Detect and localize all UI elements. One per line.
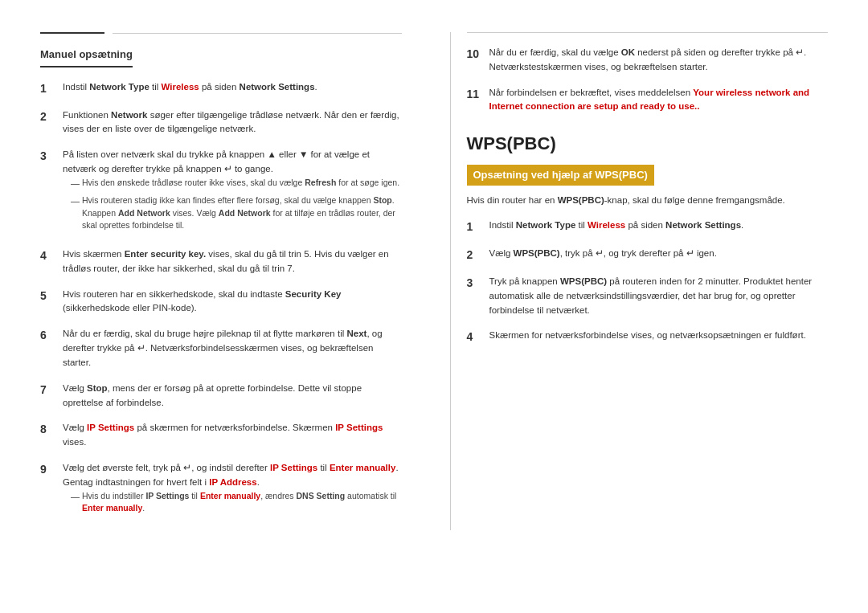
left-column: Manuel opsætning 1Indstil Network Type t… [40, 32, 418, 530]
step-number: 1 [467, 219, 485, 235]
step-item: 8Vælg IP Settings på skærmen for netværk… [40, 421, 402, 450]
step-item: 3På listen over netværk skal du trykke p… [40, 148, 402, 236]
step-item: 2Funktionen Network søger efter tilgænge… [40, 108, 402, 137]
step-item: 6Når du er færdig, skal du bruge højre p… [40, 327, 402, 370]
note-item: —Hvis routeren stadig ikke kan findes ef… [63, 194, 402, 232]
wps-intro: Hvis din router har en WPS(PBC)-knap, sk… [467, 194, 829, 207]
step-number: 7 [40, 382, 58, 398]
right-steps-top: 10Når du er færdig, skal du vælge OK ned… [467, 46, 829, 114]
step-number: 11 [467, 86, 485, 103]
line-long [113, 33, 402, 34]
step-content: Vælg det øverste felt, tryk på ↵, og ind… [63, 461, 402, 519]
step-number: 6 [40, 327, 58, 344]
step-content: Når forbindelsen er bekræftet, vises med… [489, 86, 829, 115]
wps-subtitle: Opsætning ved hjælp af WPS(PBC) [467, 165, 654, 186]
note-dash: — [71, 490, 82, 516]
wps-title: WPS(PBC) [467, 130, 829, 157]
step-content: Indstil Network Type til Wireless på sid… [63, 80, 402, 95]
step-content: Vælg IP Settings på skærmen for netværks… [63, 421, 402, 450]
step-content: Indstil Network Type til Wireless på sid… [489, 219, 829, 233]
wps-section: WPS(PBC) Opsætning ved hjælp af WPS(PBC)… [467, 130, 829, 345]
left-steps: 1Indstil Network Type til Wireless på si… [40, 80, 402, 520]
note-content: Hvis du indstiller IP Settings til Enter… [82, 490, 402, 516]
step-item: 9Vælg det øverste felt, tryk på ↵, og in… [40, 461, 402, 519]
note-content: Hvis routeren stadig ikke kan findes eft… [82, 194, 402, 232]
step-item: 4Hvis skærmen Enter security key. vises,… [40, 247, 402, 276]
step-number: 3 [40, 148, 58, 165]
step-number: 4 [40, 247, 58, 264]
step-item: 4Skærmen for netværksforbindelse vises, … [467, 329, 829, 345]
step-number: 9 [40, 461, 58, 478]
right-column: 10Når du er færdig, skal du vælge OK ned… [450, 32, 829, 530]
page-container: Manuel opsætning 1Indstil Network Type t… [40, 32, 828, 530]
step-item: 1Indstil Network Type til Wireless på si… [40, 80, 402, 97]
step-number: 3 [467, 275, 485, 292]
step-number: 10 [467, 46, 485, 63]
note-content: Hvis den ønskede trådløse router ikke vi… [82, 177, 399, 190]
step-content: Hvis routeren har en sikkerhedskode, ska… [63, 288, 402, 317]
step-item: 3Tryk på knappen WPS(PBC) på routeren in… [467, 275, 829, 317]
step-content: Skærmen for netværksforbindelse vises, o… [489, 329, 829, 343]
step-item: 11Når forbindelsen er bekræftet, vises m… [467, 86, 829, 115]
step-number: 8 [40, 421, 58, 438]
step-number: 2 [40, 108, 58, 125]
line-short [40, 32, 104, 34]
step-content: Hvis skærmen Enter security key. vises, … [63, 247, 402, 276]
divider-top-left [40, 32, 402, 34]
step-number: 5 [40, 288, 58, 304]
step-content: På listen over netværk skal du trykke på… [63, 148, 402, 236]
note-dash: — [71, 194, 82, 232]
right-steps-wps: 1Indstil Network Type til Wireless på si… [467, 219, 829, 345]
step-item: 1Indstil Network Type til Wireless på si… [467, 219, 829, 235]
step-item: 7Vælg Stop, mens der er forsøg på at opr… [40, 382, 402, 411]
right-divider-top [467, 32, 829, 33]
step-number: 4 [467, 329, 485, 345]
step-item: 2Vælg WPS(PBC), tryk på ↵, og tryk deref… [467, 247, 829, 264]
step-number: 2 [467, 247, 485, 264]
step-content: Funktionen Network søger efter tilgængel… [63, 108, 402, 137]
step-number: 1 [40, 80, 58, 97]
note-dash: — [71, 177, 82, 190]
step-item: 10Når du er færdig, skal du vælge OK ned… [467, 46, 829, 75]
step-content: Vælg Stop, mens der er forsøg på at opre… [63, 382, 402, 411]
note-item: —Hvis den ønskede trådløse router ikke v… [63, 177, 402, 190]
step-content: Når du er færdig, skal du bruge højre pi… [63, 327, 402, 370]
step-content: Når du er færdig, skal du vælge OK neder… [489, 46, 829, 75]
step-content: Tryk på knappen WPS(PBC) på routeren ind… [489, 275, 829, 317]
note-item: —Hvis du indstiller IP Settings til Ente… [63, 490, 402, 516]
step-content: Vælg WPS(PBC), tryk på ↵, og tryk dereft… [489, 247, 829, 261]
section-title: Manuel opsætning [40, 47, 133, 67]
step-item: 5Hvis routeren har en sikkerhedskode, sk… [40, 288, 402, 317]
